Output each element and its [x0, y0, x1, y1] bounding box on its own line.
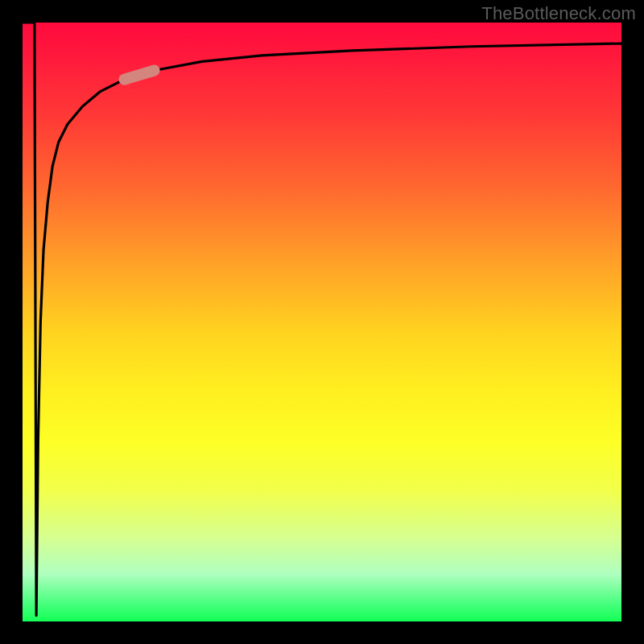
plot-area — [23, 23, 621, 621]
chart-frame: TheBottleneck.com — [0, 0, 644, 644]
watermark: TheBottleneck.com — [481, 3, 636, 24]
